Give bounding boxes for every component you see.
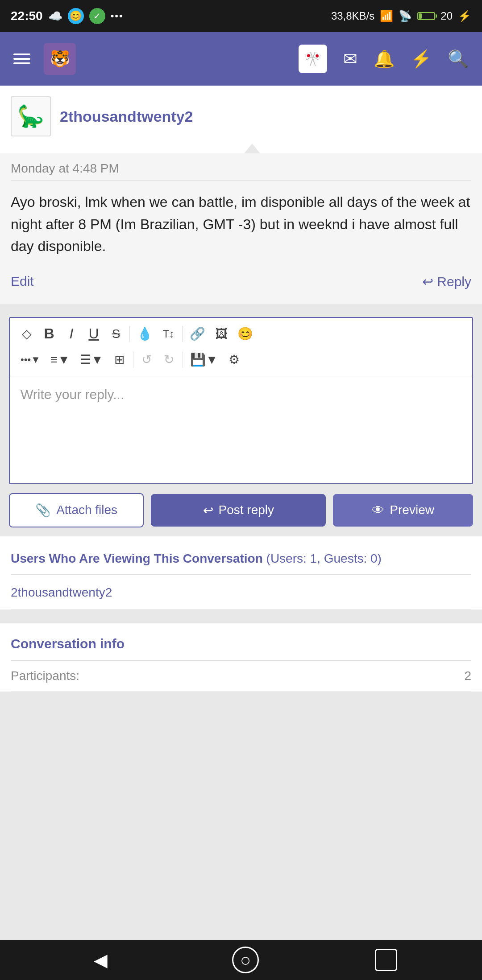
- viewer-name-link[interactable]: 2thousandtwenty2: [11, 585, 112, 599]
- italic-button[interactable]: I: [61, 323, 82, 345]
- toolbar-row-1: ◇ B I U S 💧 T↕ 🔗 🖼 😊: [16, 323, 466, 345]
- post-reply-button[interactable]: ↩ Post reply: [151, 494, 326, 527]
- reply-button[interactable]: ↩ Reply: [422, 270, 471, 293]
- battery-icon: [417, 12, 435, 20]
- bubble-arrow: [244, 144, 260, 153]
- status-right: 33,8KB/s 📶 📡 20 ⚡: [331, 10, 471, 22]
- reply-icon: ↩: [203, 503, 213, 518]
- table-button[interactable]: ⊞: [109, 349, 130, 371]
- toolbar-sep-2: [182, 326, 183, 342]
- status-left: 22:50 ☁️ 😊 ✓ •••: [11, 8, 124, 24]
- post-area: 🦕 2thousandtwenty2 Monday at 4:48 PM Ayo…: [0, 86, 482, 304]
- signal-icon: 📶: [380, 10, 393, 22]
- cloud-icon: ☁️: [48, 9, 62, 23]
- logo-area: 🐯: [44, 43, 285, 75]
- eraser-button[interactable]: ◇: [16, 323, 37, 345]
- post-reply-label: Post reply: [219, 503, 274, 517]
- post-timestamp: Monday at 4:48 PM: [0, 153, 482, 180]
- header: 🐯 🎌 ✉ 🔔 ⚡ 🔍: [0, 32, 482, 86]
- image-button[interactable]: 🖼: [211, 323, 232, 345]
- color-button[interactable]: 💧: [133, 323, 157, 345]
- hamburger-menu-button[interactable]: [13, 54, 30, 64]
- check-icon: ✓: [89, 8, 105, 24]
- editor-placeholder: Write your reply...: [21, 387, 461, 402]
- settings-button[interactable]: ⚙: [223, 349, 245, 371]
- network-speed: 33,8KB/s: [331, 10, 374, 22]
- strikethrough-button[interactable]: S: [105, 323, 127, 345]
- editor-actions: 📎 Attach files ↩ Post reply 👁 Preview: [9, 484, 473, 527]
- post-content-area: Monday at 4:48 PM Ayo broski, lmk when w…: [0, 153, 482, 304]
- site-logo[interactable]: 🐯: [44, 43, 76, 75]
- post-body: Ayo broski, lmk when we can battle, im d…: [0, 181, 482, 265]
- editor-body[interactable]: Write your reply...: [10, 376, 472, 483]
- editor-toolbar: ◇ B I U S 💧 T↕ 🔗 🖼 😊 •••▼ ≡▼ ☰▼ ⊞ ↺: [10, 318, 472, 376]
- avatar: 🦕: [11, 96, 51, 136]
- emoji-button[interactable]: 😊: [233, 323, 258, 345]
- editor-section: ◇ B I U S 💧 T↕ 🔗 🖼 😊 •••▼ ≡▼ ☰▼ ⊞ ↺: [0, 304, 482, 536]
- preview-button[interactable]: 👁 Preview: [333, 494, 473, 527]
- participants-row: Participants: 2: [11, 661, 471, 692]
- participants-count: 2: [464, 669, 471, 683]
- viewer-item: 2thousandtwenty2: [11, 575, 471, 609]
- link-button[interactable]: 🔗: [185, 323, 210, 345]
- undo-button[interactable]: ↺: [136, 349, 158, 371]
- mail-button[interactable]: ✉: [343, 49, 357, 69]
- forum-icon-button[interactable]: 🎌: [299, 45, 327, 73]
- preview-label: Preview: [390, 503, 434, 517]
- battery-percent: 20: [440, 10, 453, 22]
- paperclip-icon: 📎: [35, 503, 51, 518]
- align-button[interactable]: ≡▼: [46, 349, 75, 371]
- toolbar-sep-4: [183, 352, 183, 368]
- header-icons: 🎌 ✉ 🔔 ⚡ 🔍: [299, 45, 469, 73]
- post-actions: Edit ↩ Reply: [0, 265, 482, 304]
- toolbar-sep-3: [133, 352, 133, 368]
- status-bar: 22:50 ☁️ 😊 ✓ ••• 33,8KB/s 📶 📡 20 ⚡: [0, 0, 482, 32]
- post-header: 🦕 2thousandtwenty2: [0, 86, 482, 144]
- activity-button[interactable]: ⚡: [411, 49, 432, 69]
- toolbar-row-2: •••▼ ≡▼ ☰▼ ⊞ ↺ ↻ 💾▼ ⚙: [16, 349, 466, 371]
- editor-container: ◇ B I U S 💧 T↕ 🔗 🖼 😊 •••▼ ≡▼ ☰▼ ⊞ ↺: [9, 317, 473, 484]
- face-icon: 😊: [68, 8, 84, 24]
- viewers-count: (Users: 1, Guests: 0): [266, 552, 382, 565]
- viewers-title: Users Who Are Viewing This Conversation …: [11, 550, 471, 575]
- save-button[interactable]: 💾▼: [186, 349, 223, 371]
- notifications-button[interactable]: 🔔: [374, 49, 395, 69]
- status-time: 22:50: [11, 9, 43, 23]
- viewers-title-text: Users Who Are Viewing This Conversation: [11, 552, 263, 565]
- list-button[interactable]: ☰▼: [75, 349, 108, 371]
- underline-button[interactable]: U: [83, 323, 104, 345]
- participants-label: Participants:: [11, 669, 79, 683]
- toolbar-sep-1: [129, 326, 130, 342]
- forum-icon: 🎌: [304, 50, 322, 67]
- more-dots: •••: [111, 10, 124, 22]
- edit-button[interactable]: Edit: [11, 270, 34, 293]
- font-size-button[interactable]: T↕: [158, 323, 179, 345]
- avatar-image: 🦕: [17, 104, 44, 129]
- logo-icon: 🐯: [50, 49, 70, 68]
- bold-button[interactable]: B: [38, 323, 60, 345]
- redo-button[interactable]: ↻: [158, 349, 180, 371]
- charging-icon: ⚡: [458, 10, 471, 22]
- eye-icon: 👁: [372, 503, 384, 518]
- attach-label: Attach files: [56, 503, 117, 517]
- wifi-icon: 📡: [399, 10, 412, 22]
- search-button[interactable]: 🔍: [448, 49, 469, 69]
- more-button[interactable]: •••▼: [16, 349, 45, 371]
- viewers-section: Users Who Are Viewing This Conversation …: [0, 536, 482, 609]
- attach-files-button[interactable]: 📎 Attach files: [9, 493, 144, 527]
- conversation-info-title: Conversation info: [11, 636, 471, 661]
- conversation-info-section: Conversation info Participants: 2: [0, 623, 482, 692]
- username-link[interactable]: 2thousandtwenty2: [60, 108, 193, 125]
